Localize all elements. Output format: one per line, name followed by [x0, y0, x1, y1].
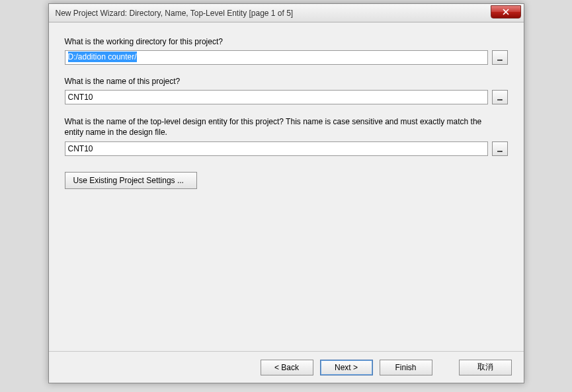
titlebar: New Project Wizard: Directory, Name, Top… [49, 4, 524, 22]
next-button[interactable]: Next > [320, 360, 373, 375]
top-entity-row: ... [65, 141, 508, 156]
use-existing-settings-button[interactable]: Use Existing Project Settings ... [65, 172, 197, 189]
window-title: New Project Wizard: Directory, Name, Top… [56, 9, 294, 18]
back-button[interactable]: < Back [261, 360, 313, 375]
content-spacer [65, 189, 508, 344]
directory-input[interactable]: D:/addition counter/ [65, 50, 488, 65]
wizard-window: New Project Wizard: Directory, Name, Top… [48, 3, 524, 383]
directory-row: D:/addition counter/ ... [65, 50, 508, 65]
directory-label: What is the working directory for this p… [65, 37, 508, 46]
close-button[interactable] [491, 5, 521, 19]
finish-button[interactable]: Finish [380, 360, 432, 375]
footer: < Back Next > Finish 取消 [49, 351, 524, 383]
project-name-browse-button[interactable]: ... [492, 90, 508, 104]
directory-value: D:/addition counter/ [68, 52, 137, 62]
content-area: What is the working directory for this p… [49, 22, 524, 351]
project-name-row: ... [65, 90, 508, 104]
directory-browse-button[interactable]: ... [492, 50, 508, 65]
close-icon [503, 9, 509, 15]
project-name-input[interactable] [65, 90, 488, 104]
cancel-button[interactable]: 取消 [459, 360, 512, 375]
top-entity-input[interactable] [65, 141, 488, 156]
top-entity-label: What is the name of the top-level design… [65, 116, 488, 137]
top-entity-browse-button[interactable]: ... [492, 141, 508, 156]
project-name-label: What is the name of this project? [65, 77, 508, 86]
